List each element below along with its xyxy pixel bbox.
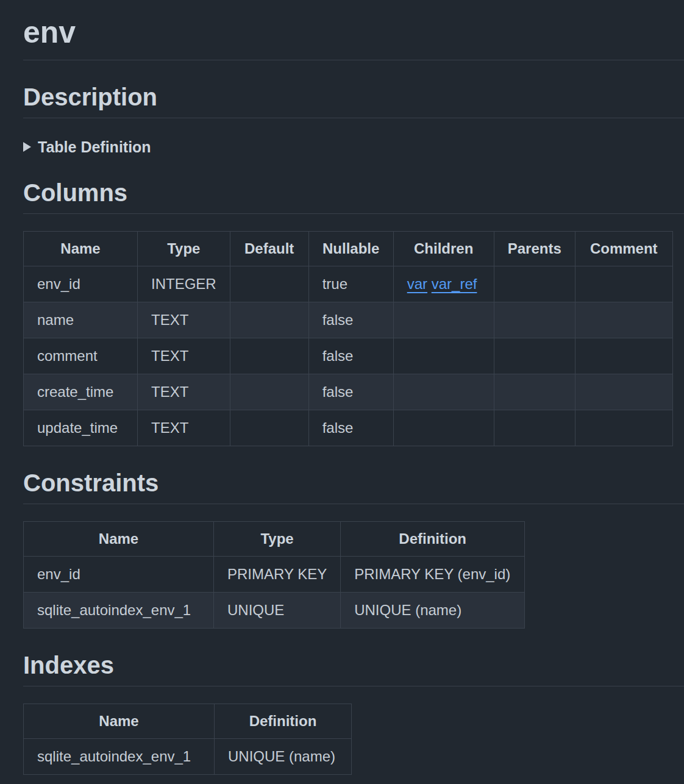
- table-cell: TEXT: [138, 374, 230, 410]
- table-cell: TEXT: [138, 302, 230, 338]
- table-cell: [230, 266, 308, 302]
- table-cell: false: [308, 410, 393, 446]
- table-cell: INTEGER: [138, 266, 230, 302]
- column-header-name: Name: [24, 704, 215, 739]
- table-cell: [230, 410, 308, 446]
- table-header-row: NameTypeDefaultNullableChildrenParentsCo…: [24, 232, 673, 266]
- table-cell: PRIMARY KEY (env_id): [341, 557, 525, 593]
- table-row: nameTEXTfalse: [24, 302, 673, 338]
- table-cell: [393, 338, 494, 374]
- schema-doc-page: env Description Table Definition Columns…: [0, 17, 684, 775]
- table-cell: [393, 374, 494, 410]
- table-row: update_timeTEXTfalse: [24, 410, 673, 446]
- table-cell: [575, 266, 672, 302]
- table-cell: true: [308, 266, 393, 302]
- column-header-definition: Definition: [341, 522, 525, 557]
- table-cell: [230, 374, 308, 410]
- table-cell: [575, 338, 672, 374]
- table-cell: PRIMARY KEY: [214, 557, 341, 593]
- table-header-row: NameDefinition: [24, 704, 352, 739]
- constraints-table: NameTypeDefinitionenv_idPRIMARY KEYPRIMA…: [23, 521, 525, 629]
- table-cell: [393, 410, 494, 446]
- table-cell: [494, 302, 575, 338]
- column-header-parents: Parents: [494, 232, 575, 266]
- table-row: create_timeTEXTfalse: [24, 374, 673, 410]
- table-row: sqlite_autoindex_env_1UNIQUEUNIQUE (name…: [24, 593, 525, 629]
- page-title: env: [23, 17, 684, 60]
- column-header-name: Name: [24, 522, 214, 557]
- column-header-type: Type: [214, 522, 341, 557]
- table-cell: [393, 302, 494, 338]
- table-cell: [575, 302, 672, 338]
- table-cell: sqlite_autoindex_env_1: [24, 739, 215, 775]
- column-header-definition: Definition: [215, 704, 352, 739]
- table-header-row: NameTypeDefinition: [24, 522, 525, 557]
- column-header-nullable: Nullable: [308, 232, 393, 266]
- table-cell: false: [308, 374, 393, 410]
- table-cell: UNIQUE (name): [215, 739, 352, 775]
- table-cell: [494, 266, 575, 302]
- table-cell: env_id: [24, 266, 138, 302]
- section-heading-constraints: Constraints: [23, 469, 684, 504]
- section-heading-description: Description: [23, 84, 684, 118]
- table-link-var[interactable]: var: [407, 276, 427, 292]
- table-cell: name: [24, 302, 138, 338]
- column-header-children: Children: [393, 232, 494, 266]
- table-cell: sqlite_autoindex_env_1: [24, 593, 214, 629]
- table-cell: [230, 302, 308, 338]
- columns-table: NameTypeDefaultNullableChildrenParentsCo…: [23, 231, 673, 446]
- table-cell: UNIQUE (name): [341, 593, 525, 629]
- table-cell: comment: [24, 338, 138, 374]
- column-header-name: Name: [24, 232, 138, 266]
- column-header-comment: Comment: [575, 232, 672, 266]
- table-definition-details: Table Definition: [23, 138, 684, 156]
- table-row: commentTEXTfalse: [24, 338, 673, 374]
- table-definition-label: Table Definition: [38, 138, 151, 156]
- table-link-var_ref[interactable]: var_ref: [432, 276, 477, 292]
- table-cell: false: [308, 302, 393, 338]
- table-definition-summary[interactable]: Table Definition: [23, 138, 684, 156]
- table-cell: [575, 374, 672, 410]
- table-cell: false: [308, 338, 393, 374]
- column-header-type: Type: [138, 232, 230, 266]
- table-cell: TEXT: [138, 410, 230, 446]
- table-cell: [230, 338, 308, 374]
- disclosure-triangle-icon: [23, 142, 31, 152]
- table-row: sqlite_autoindex_env_1UNIQUE (name): [24, 739, 352, 775]
- section-heading-columns: Columns: [23, 179, 684, 214]
- table-cell: env_id: [24, 557, 214, 593]
- column-header-default: Default: [230, 232, 308, 266]
- indexes-table: NameDefinitionsqlite_autoindex_env_1UNIQ…: [23, 704, 352, 775]
- table-row: env_idPRIMARY KEYPRIMARY KEY (env_id): [24, 557, 525, 593]
- table-cell: [494, 410, 575, 446]
- table-cell: TEXT: [138, 338, 230, 374]
- table-cell: [494, 338, 575, 374]
- table-cell: [494, 374, 575, 410]
- children-links-cell: var var_ref: [393, 266, 494, 302]
- table-cell: UNIQUE: [214, 593, 341, 629]
- section-heading-indexes: Indexes: [23, 652, 684, 686]
- table-row: env_idINTEGERtruevar var_ref: [24, 266, 673, 302]
- table-cell: [575, 410, 672, 446]
- table-cell: create_time: [24, 374, 138, 410]
- table-cell: update_time: [24, 410, 138, 446]
